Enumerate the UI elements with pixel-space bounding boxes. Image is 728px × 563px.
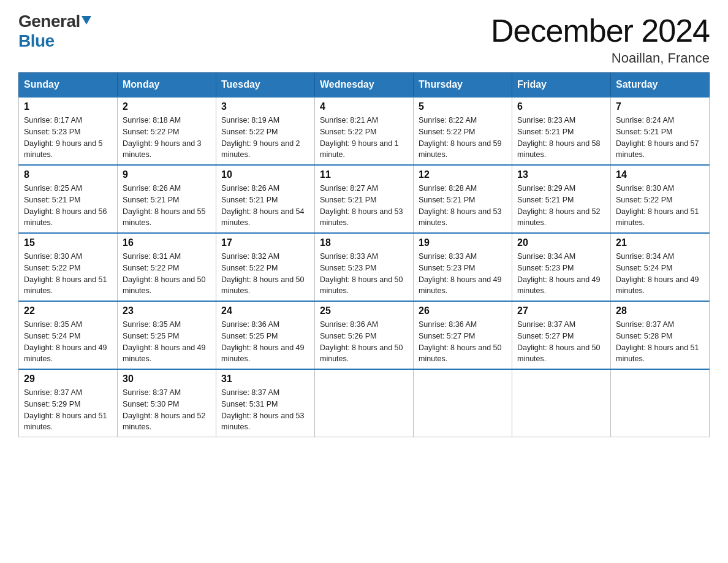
header-day-thursday: Thursday [414,73,512,98]
day-number: 21 [616,237,704,248]
day-number: 13 [517,169,605,180]
calendar-cell: 10Sunrise: 8:26 AMSunset: 5:21 PMDayligh… [216,165,315,233]
day-info: Sunrise: 8:33 AMSunset: 5:23 PMDaylight:… [320,251,408,297]
day-info: Sunrise: 8:32 AMSunset: 5:22 PMDaylight:… [221,251,309,297]
week-row-3: 15Sunrise: 8:30 AMSunset: 5:22 PMDayligh… [19,233,710,301]
day-number: 17 [221,237,309,248]
day-number: 1 [24,101,112,112]
calendar-header: SundayMondayTuesdayWednesdayThursdayFrid… [19,73,710,98]
header-row: SundayMondayTuesdayWednesdayThursdayFrid… [19,73,710,98]
day-number: 9 [123,169,211,180]
day-info: Sunrise: 8:34 AMSunset: 5:24 PMDaylight:… [616,251,704,297]
calendar-cell: 20Sunrise: 8:34 AMSunset: 5:23 PMDayligh… [512,233,611,301]
day-info: Sunrise: 8:36 AMSunset: 5:25 PMDaylight:… [221,319,309,365]
calendar-cell: 6Sunrise: 8:23 AMSunset: 5:21 PMDaylight… [512,97,611,165]
day-number: 5 [419,101,507,112]
day-info: Sunrise: 8:27 AMSunset: 5:21 PMDaylight:… [320,183,408,229]
logo-triangle-icon [82,16,91,25]
location-label: Noaillan, France [491,50,710,66]
day-number: 3 [221,101,309,112]
calendar-cell: 25Sunrise: 8:36 AMSunset: 5:26 PMDayligh… [315,301,414,369]
calendar-cell [414,369,512,437]
month-year-title: December 2024 [491,12,710,49]
calendar-cell [611,369,710,437]
day-info: Sunrise: 8:36 AMSunset: 5:26 PMDaylight:… [320,319,408,365]
header-day-friday: Friday [512,73,611,98]
day-number: 29 [24,373,112,385]
day-info: Sunrise: 8:26 AMSunset: 5:21 PMDaylight:… [221,183,309,229]
day-info: Sunrise: 8:23 AMSunset: 5:21 PMDaylight:… [517,115,605,161]
day-info: Sunrise: 8:21 AMSunset: 5:22 PMDaylight:… [320,115,408,161]
day-number: 15 [24,237,112,248]
day-number: 22 [24,305,112,316]
day-info: Sunrise: 8:37 AMSunset: 5:27 PMDaylight:… [517,319,605,365]
day-info: Sunrise: 8:19 AMSunset: 5:22 PMDaylight:… [221,115,309,161]
calendar-cell: 19Sunrise: 8:33 AMSunset: 5:23 PMDayligh… [414,233,512,301]
week-row-5: 29Sunrise: 8:37 AMSunset: 5:29 PMDayligh… [19,369,710,437]
calendar-cell: 8Sunrise: 8:25 AMSunset: 5:21 PMDaylight… [19,165,118,233]
day-info: Sunrise: 8:34 AMSunset: 5:23 PMDaylight:… [517,251,605,297]
day-number: 27 [517,305,605,316]
day-number: 24 [221,305,309,316]
calendar-cell: 30Sunrise: 8:37 AMSunset: 5:30 PMDayligh… [118,369,216,437]
day-number: 2 [123,101,211,112]
day-info: Sunrise: 8:18 AMSunset: 5:22 PMDaylight:… [123,115,211,161]
day-info: Sunrise: 8:28 AMSunset: 5:21 PMDaylight:… [419,183,507,229]
calendar-cell: 3Sunrise: 8:19 AMSunset: 5:22 PMDaylight… [216,97,315,165]
day-number: 12 [419,169,507,180]
day-number: 25 [320,305,408,316]
day-info: Sunrise: 8:35 AMSunset: 5:24 PMDaylight:… [24,319,112,365]
day-info: Sunrise: 8:37 AMSunset: 5:28 PMDaylight:… [616,319,704,365]
day-info: Sunrise: 8:22 AMSunset: 5:22 PMDaylight:… [419,115,507,161]
day-number: 30 [123,373,211,385]
header-day-monday: Monday [118,73,216,98]
calendar-cell: 4Sunrise: 8:21 AMSunset: 5:22 PMDaylight… [315,97,414,165]
calendar-cell: 12Sunrise: 8:28 AMSunset: 5:21 PMDayligh… [414,165,512,233]
calendar-cell: 1Sunrise: 8:17 AMSunset: 5:23 PMDaylight… [19,97,118,165]
calendar-cell: 28Sunrise: 8:37 AMSunset: 5:28 PMDayligh… [611,301,710,369]
day-number: 16 [123,237,211,248]
calendar-cell: 11Sunrise: 8:27 AMSunset: 5:21 PMDayligh… [315,165,414,233]
header-day-tuesday: Tuesday [216,73,315,98]
title-area: December 2024 Noaillan, France [491,12,710,66]
logo-general-text: General [18,12,80,31]
calendar-cell: 29Sunrise: 8:37 AMSunset: 5:29 PMDayligh… [19,369,118,437]
calendar-cell: 31Sunrise: 8:37 AMSunset: 5:31 PMDayligh… [216,369,315,437]
calendar-cell [315,369,414,437]
day-number: 20 [517,237,605,248]
day-number: 8 [24,169,112,180]
calendar-cell: 27Sunrise: 8:37 AMSunset: 5:27 PMDayligh… [512,301,611,369]
day-info: Sunrise: 8:26 AMSunset: 5:21 PMDaylight:… [123,183,211,229]
day-number: 31 [221,373,309,385]
calendar-cell: 23Sunrise: 8:35 AMSunset: 5:25 PMDayligh… [118,301,216,369]
calendar-cell: 9Sunrise: 8:26 AMSunset: 5:21 PMDaylight… [118,165,216,233]
header-day-wednesday: Wednesday [315,73,414,98]
day-info: Sunrise: 8:30 AMSunset: 5:22 PMDaylight:… [24,251,112,297]
day-number: 10 [221,169,309,180]
calendar-cell: 26Sunrise: 8:36 AMSunset: 5:27 PMDayligh… [414,301,512,369]
day-info: Sunrise: 8:37 AMSunset: 5:29 PMDaylight:… [24,387,112,433]
calendar-cell: 15Sunrise: 8:30 AMSunset: 5:22 PMDayligh… [19,233,118,301]
logo: General Blue [18,12,91,51]
day-number: 6 [517,101,605,112]
page-header: General Blue December 2024 Noaillan, Fra… [18,12,710,66]
day-number: 26 [419,305,507,316]
calendar-cell: 17Sunrise: 8:32 AMSunset: 5:22 PMDayligh… [216,233,315,301]
header-day-saturday: Saturday [611,73,710,98]
day-info: Sunrise: 8:29 AMSunset: 5:21 PMDaylight:… [517,183,605,229]
logo-blue-text: Blue [18,31,55,50]
calendar-cell: 5Sunrise: 8:22 AMSunset: 5:22 PMDaylight… [414,97,512,165]
calendar-cell: 18Sunrise: 8:33 AMSunset: 5:23 PMDayligh… [315,233,414,301]
day-info: Sunrise: 8:17 AMSunset: 5:23 PMDaylight:… [24,115,112,161]
calendar-table: SundayMondayTuesdayWednesdayThursdayFrid… [18,72,710,437]
calendar-cell: 13Sunrise: 8:29 AMSunset: 5:21 PMDayligh… [512,165,611,233]
calendar-cell: 21Sunrise: 8:34 AMSunset: 5:24 PMDayligh… [611,233,710,301]
day-info: Sunrise: 8:33 AMSunset: 5:23 PMDaylight:… [419,251,507,297]
day-number: 28 [616,305,704,316]
day-info: Sunrise: 8:37 AMSunset: 5:31 PMDaylight:… [221,387,309,433]
day-info: Sunrise: 8:24 AMSunset: 5:21 PMDaylight:… [616,115,704,161]
calendar-cell [512,369,611,437]
day-info: Sunrise: 8:30 AMSunset: 5:22 PMDaylight:… [616,183,704,229]
header-day-sunday: Sunday [19,73,118,98]
day-info: Sunrise: 8:37 AMSunset: 5:30 PMDaylight:… [123,387,211,433]
